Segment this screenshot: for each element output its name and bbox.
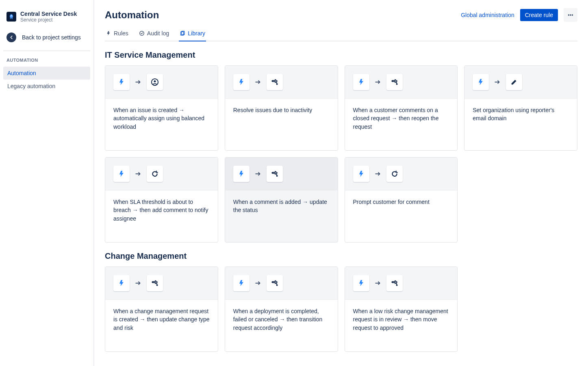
card-header [464,66,577,99]
trigger-bolt-icon [353,74,369,90]
trigger-bolt-icon [113,166,130,182]
library-icon [180,30,185,36]
template-card[interactable]: Set organization using reporter's email … [464,65,577,151]
refresh-icon [147,166,163,182]
tab-rules[interactable]: Rules [105,28,129,41]
transition-icon [267,166,283,182]
template-card[interactable]: Resolve issues due to inactivity [225,65,338,151]
card-description: When a deployment is completed, failed o… [225,300,338,351]
section-title: Change Management [105,251,577,261]
trigger-bolt-icon [233,74,250,90]
template-card[interactable]: When a change management request is crea… [105,266,218,352]
arrow-icon [254,78,262,86]
template-card[interactable]: When an issue is created → automatically… [105,65,218,151]
sidebar-item-legacy-automation[interactable]: Legacy automation [3,80,90,93]
arrow-icon [494,78,501,86]
template-card[interactable]: When a customer comments on a closed req… [345,65,458,151]
project-header[interactable]: Central Service Desk Service project [3,8,90,26]
arrow-icon [374,279,382,287]
card-header [225,158,338,191]
trigger-bolt-icon [233,275,250,291]
card-header [225,66,338,99]
transition-icon [267,275,283,291]
card-description: When SLA threshold is about to breach → … [105,191,218,242]
back-label: Back to project settings [22,34,81,41]
card-description: When a comment is added → update the sta… [225,191,338,242]
sidebar-item-automation[interactable]: Automation [3,67,90,80]
card-header [345,267,458,300]
trigger-bolt-icon [233,166,250,182]
template-card[interactable]: When a deployment is completed, failed o… [225,266,338,352]
card-description: Set organization using reporter's email … [464,99,577,150]
card-description: When a customer comments on a closed req… [345,99,458,150]
card-grid: When a change management request is crea… [105,266,577,352]
tab-audit-log[interactable]: Audit log [138,28,170,41]
card-description: When a low risk change management reques… [345,300,458,351]
card-header [345,158,458,191]
global-administration-link[interactable]: Global administration [461,12,514,18]
tabs: RulesAudit logLibrary [105,28,577,41]
card-description: Resolve issues due to inactivity [225,99,338,150]
arrow-icon [374,170,382,178]
more-actions-button[interactable] [564,8,577,22]
card-header [345,66,458,99]
trigger-bolt-icon [113,74,130,90]
sidebar-nav: AutomationLegacy automation [3,67,90,93]
template-card[interactable]: When a low risk change management reques… [345,266,458,352]
transition-icon [386,74,403,90]
tab-library[interactable]: Library [179,28,206,41]
card-header [105,158,218,191]
back-to-settings[interactable]: Back to project settings [3,28,90,47]
section-title: IT Service Management [105,50,577,60]
card-description: When an issue is created → automatically… [105,99,218,150]
page-header: Automation Global administration Create … [105,8,577,22]
card-header [105,267,218,300]
card-header [105,66,218,99]
template-card[interactable]: When SLA threshold is about to breach → … [105,157,218,243]
card-header [225,267,338,300]
template-card[interactable]: Prompt customer for comment [345,157,458,243]
create-rule-button[interactable]: Create rule [520,9,558,21]
sidebar-divider [3,50,90,51]
main-content: Automation Global administration Create … [94,0,588,366]
back-arrow-icon [7,32,16,42]
bolt-icon [106,30,111,36]
trigger-bolt-icon [353,166,369,182]
card-grid: When an issue is created → automatically… [105,65,577,243]
card-description: When a change management request is crea… [105,300,218,351]
arrow-icon [374,78,382,86]
arrow-icon [135,170,142,178]
trigger-bolt-icon [353,275,369,291]
sidebar-section-title: AUTOMATION [3,58,90,65]
sidebar: Central Service Desk Service project Bac… [0,0,94,366]
card-description: Prompt customer for comment [345,191,458,242]
assign-user-icon [147,74,163,90]
refresh-icon [386,166,403,182]
trigger-bolt-icon [473,74,489,90]
project-icon [7,12,16,22]
transition-icon [386,275,403,291]
arrow-icon [135,78,142,86]
arrow-icon [135,279,142,287]
arrow-icon [254,170,262,178]
check-circle-icon [139,30,145,36]
transition-icon [147,275,163,291]
arrow-icon [254,279,262,287]
template-card[interactable]: When a comment is added → update the sta… [225,157,338,243]
trigger-bolt-icon [113,275,130,291]
project-type: Service project [20,17,77,23]
transition-icon [267,74,283,90]
page-title: Automation [105,9,159,21]
more-icon [567,11,574,19]
edit-icon [506,74,522,90]
project-name: Central Service Desk [20,11,77,17]
header-actions: Global administration Create rule [461,8,577,22]
sections-container: IT Service Management When an issue is c… [105,50,577,352]
